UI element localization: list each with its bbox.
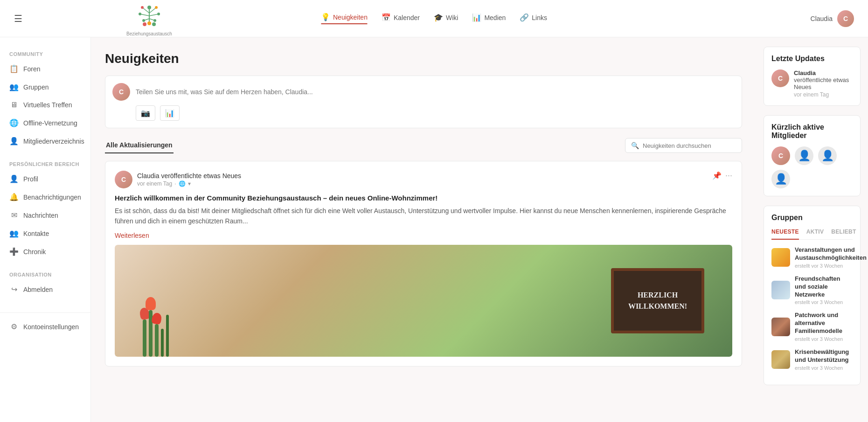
post-header-actions: 📌 ··· [712, 171, 732, 180]
nav-medien[interactable]: 📊 Medien [472, 13, 506, 24]
group-name-1: Veranstaltungen und Austauschmöglichkeit… [795, 246, 867, 262]
groups-tab-neueste[interactable]: NEUESTE [771, 228, 799, 240]
post-input-avatar: C [112, 83, 130, 101]
sidebar: COMMUNITY 📋 Foren 👥 Gruppen 🖥 Virtuelles… [0, 37, 91, 422]
search-box: 🔍 [625, 138, 742, 153]
members-widget: Kürzlich aktive Mitglieder C 👤 👤 👤 [764, 115, 861, 196]
svg-point-15 [147, 21, 151, 25]
post-header: C Claudia veröffentlichte etwas Neues vo… [115, 171, 732, 188]
group-meta-4: erstellt vor 3 Wochen [795, 365, 853, 371]
filter-tabs: Alle Aktualisierungen [105, 138, 183, 153]
ghost-person-icon-2: 👤 [821, 150, 834, 162]
top-header: ☰ [0, 0, 868, 37]
sidebar-item-foren[interactable]: 📋 Foren [0, 60, 90, 78]
sidebar-item-gruppen[interactable]: 👥 Gruppen [0, 78, 90, 96]
group-icon-krisen [771, 350, 790, 369]
blackboard: HERZLICH WILLKOMMEN! [611, 268, 704, 333]
post-actions-row: 📷 📊 [112, 101, 735, 121]
nachrichten-icon: ✉ [9, 211, 19, 220]
updates-widget: Letzte Updates C Claudia veröffentlichte… [764, 47, 861, 106]
more-options-icon[interactable]: ··· [725, 171, 732, 180]
ghost-person-icon-3: 👤 [775, 173, 787, 185]
post-card: C Claudia veröffentlichte etwas Neues vo… [105, 161, 742, 367]
svg-point-16 [152, 22, 156, 26]
sidebar-item-kontoeinstellungen[interactable]: ⚙ Kontoeinstellungen [0, 318, 90, 336]
groups-title: Gruppen [771, 214, 853, 222]
update-item: C Claudia veröffentlichte etwas Neues vo… [771, 69, 853, 98]
filter-tab-alle[interactable]: Alle Aktualisierungen [105, 138, 174, 153]
gruppen-icon: 👥 [9, 83, 19, 91]
read-more-link[interactable]: Weiterlesen [115, 232, 149, 239]
post-author-row: C Claudia veröffentlichte etwas Neues vo… [115, 171, 241, 188]
sidebar-item-benachrichtigungen[interactable]: 🔔 Benachrichtigungen [0, 188, 90, 206]
member-ghost-1[interactable]: 👤 [795, 146, 813, 165]
post-input-field[interactable] [136, 88, 735, 96]
group-item-4[interactable]: Krisenbewältigung und Unterstützung erst… [771, 348, 853, 371]
nav-wiki[interactable]: 🎓 Wiki [434, 13, 458, 24]
header-nav: 💡 Neuigkeiten 📅 Kalender 🎓 Wiki 📊 Medien… [321, 13, 547, 24]
nav-kalender-icon: 📅 [382, 13, 391, 22]
sidebar-item-nachrichten[interactable]: ✉ Nachrichten [0, 206, 90, 224]
groups-tab-aktiv[interactable]: AKTIV [806, 228, 824, 235]
content-area: Neuigkeiten C 📷 📊 Alle Aktualisierungen … [91, 37, 756, 422]
search-icon: 🔍 [631, 142, 639, 149]
sidebar-item-kontakte[interactable]: 👥 Kontakte [0, 224, 90, 242]
svg-point-13 [153, 19, 156, 22]
group-meta-2: erstellt vor 3 Wochen [795, 299, 853, 305]
sidebar-item-abmelden[interactable]: ↪ Abmelden [0, 280, 90, 298]
page-title: Neuigkeiten [105, 51, 742, 66]
nav-neuigkeiten-icon: 💡 [321, 13, 330, 21]
nav-kalender[interactable]: 📅 Kalender [382, 13, 420, 24]
group-item-2[interactable]: Freundschaften und soziale Netzwerke ers… [771, 275, 853, 305]
sidebar-item-chronik[interactable]: ➕ Chronik [0, 242, 90, 261]
updates-title: Letzte Updates [771, 55, 853, 63]
post-meta: vor einem Tag · 🌐 ▾ [137, 180, 241, 187]
globe-icon: 🌐 [179, 180, 186, 187]
post-input-box: C 📷 📊 [105, 76, 742, 128]
foren-icon: 📋 [9, 64, 19, 73]
virtuelles-icon: 🖥 [9, 101, 19, 109]
post-body: Es ist schön, dass du da bist! Mit deine… [115, 206, 732, 227]
benachrichtigungen-icon: 🔔 [9, 193, 19, 201]
post-image-placeholder: HERZLICH WILLKOMMEN! [115, 245, 732, 357]
svg-point-14 [143, 22, 146, 26]
nav-links-icon: 🔗 [520, 13, 529, 22]
mitglieder-icon: 👤 [9, 137, 19, 145]
group-item-1[interactable]: Veranstaltungen und Austauschmöglichkeit… [771, 246, 853, 269]
sidebar-item-virtuelles-treffen[interactable]: 🖥 Virtuelles Treffen [0, 96, 90, 114]
chronik-icon: ➕ [9, 247, 19, 256]
nav-neuigkeiten[interactable]: 💡 Neuigkeiten [321, 13, 368, 24]
post-image: HERZLICH WILLKOMMEN! [115, 245, 732, 357]
logo-area: Beziehungsaustausch [126, 5, 172, 36]
member-claudia[interactable]: C [771, 146, 790, 165]
post-title: Herzlich willkommen in der Community Bez… [115, 194, 732, 202]
kontoeinstellungen-icon: ⚙ [9, 322, 19, 331]
update-time: vor einem Tag [794, 91, 853, 98]
main-layout: COMMUNITY 📋 Foren 👥 Gruppen 🖥 Virtuelles… [0, 37, 868, 422]
svg-point-0 [147, 6, 151, 9]
sidebar-item-profil[interactable]: 👤 Profil [0, 170, 90, 188]
sidebar-toggle-icon[interactable]: ☰ [14, 13, 22, 24]
sidebar-item-mitgliederverzeichnis[interactable]: 👤 Mitgliederverzeichnis [0, 132, 90, 150]
chart-button[interactable]: 📊 [160, 105, 180, 121]
groups-tab-beliebt[interactable]: BELIEBT [831, 228, 856, 235]
group-icon-veranstaltungen [771, 248, 790, 267]
right-sidebar: Letzte Updates C Claudia veröffentlichte… [756, 37, 868, 422]
svg-point-11 [157, 13, 160, 15]
svg-point-10 [139, 13, 141, 15]
update-text: Claudia veröffentlichte etwas Neues [794, 69, 853, 90]
post-author-avatar: C [115, 171, 132, 188]
filter-bar: Alle Aktualisierungen 🔍 [105, 138, 742, 153]
member-ghost-3[interactable]: 👤 [771, 170, 790, 188]
pin-icon[interactable]: 📌 [712, 171, 722, 180]
nav-medien-icon: 📊 [472, 13, 481, 22]
nav-links[interactable]: 🔗 Links [520, 13, 547, 24]
svg-line-5 [149, 14, 159, 16]
members-title: Kürzlich aktive Mitglieder [771, 123, 853, 140]
user-avatar[interactable]: C [837, 10, 854, 27]
photo-button[interactable]: 📷 [136, 105, 155, 121]
member-ghost-2[interactable]: 👤 [818, 146, 837, 165]
group-item-3[interactable]: Patchwork und alternative Familienmodell… [771, 311, 853, 342]
sidebar-item-offline-vernetzung[interactable]: 🌐 Offline-Vernetzung [0, 114, 90, 132]
search-input[interactable] [643, 142, 736, 149]
